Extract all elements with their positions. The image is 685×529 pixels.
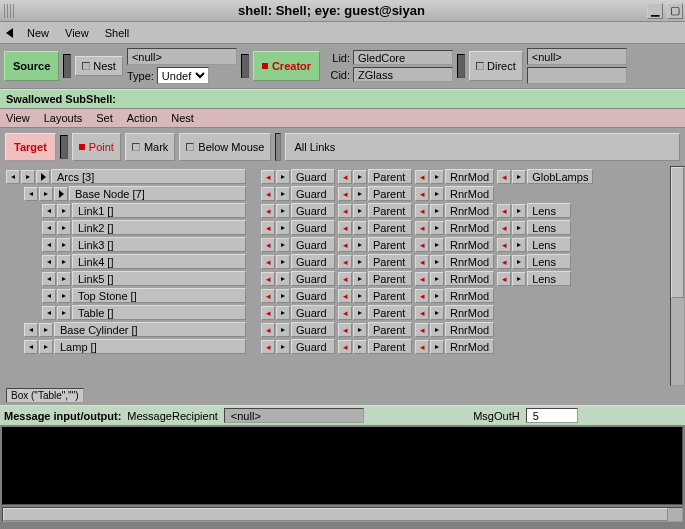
vertical-scrollbar[interactable] <box>670 166 685 386</box>
drag-handle[interactable] <box>4 4 14 18</box>
collapse-icon[interactable]: ◂ <box>42 272 56 286</box>
link-next-icon[interactable]: ▸ <box>353 289 367 303</box>
expand-icon[interactable]: ▸ <box>57 255 71 269</box>
node-label[interactable]: Link1 [] <box>72 203 246 218</box>
collapse-icon[interactable]: ◂ <box>42 204 56 218</box>
menu2-nest[interactable]: Nest <box>171 112 194 124</box>
creator-button[interactable]: Creator <box>253 51 320 81</box>
link-prev-icon[interactable]: ◂ <box>338 204 352 218</box>
link-next-icon[interactable]: ▸ <box>430 238 444 252</box>
direct-toggle[interactable]: Direct <box>469 51 523 81</box>
link-label-parent[interactable]: Parent <box>368 237 412 252</box>
link-label-rnrmod[interactable]: RnrMod <box>445 322 494 337</box>
link-prev-icon[interactable]: ◂ <box>497 272 511 286</box>
link-prev-icon[interactable]: ◂ <box>261 170 275 184</box>
link-next-icon[interactable]: ▸ <box>430 221 444 235</box>
link-prev-icon[interactable]: ◂ <box>338 238 352 252</box>
menu2-set[interactable]: Set <box>96 112 113 124</box>
collapse-icon[interactable]: ◂ <box>42 289 56 303</box>
link-next-icon[interactable]: ▸ <box>353 170 367 184</box>
collapse-icon[interactable]: ◂ <box>42 238 56 252</box>
link-prev-icon[interactable]: ◂ <box>338 306 352 320</box>
link-label-rnrmod[interactable]: RnrMod <box>445 288 494 303</box>
collapse-icon[interactable]: ◂ <box>6 170 20 184</box>
link-prev-icon[interactable]: ◂ <box>261 272 275 286</box>
link-prev-icon[interactable]: ◂ <box>415 238 429 252</box>
expander-icon[interactable] <box>54 187 68 201</box>
link-next-icon[interactable]: ▸ <box>276 221 290 235</box>
link-label-parent[interactable]: Parent <box>368 305 412 320</box>
link-label-rnrmod[interactable]: RnrMod <box>445 254 494 269</box>
link-next-icon[interactable]: ▸ <box>430 187 444 201</box>
node-label[interactable]: Base Cylinder [] <box>54 322 246 337</box>
link-next-icon[interactable]: ▸ <box>276 255 290 269</box>
link-next-icon[interactable]: ▸ <box>430 289 444 303</box>
minimize-button[interactable]: ▁ <box>647 3 663 19</box>
link-next-icon[interactable]: ▸ <box>512 238 526 252</box>
link-next-icon[interactable]: ▸ <box>276 238 290 252</box>
link-next-icon[interactable]: ▸ <box>353 221 367 235</box>
link-label-parent[interactable]: Parent <box>368 169 412 184</box>
link-label-lens[interactable]: Lens <box>527 271 571 286</box>
link-label-parent[interactable]: Parent <box>368 322 412 337</box>
link-prev-icon[interactable]: ◂ <box>415 289 429 303</box>
link-prev-icon[interactable]: ◂ <box>497 255 511 269</box>
link-prev-icon[interactable]: ◂ <box>261 289 275 303</box>
link-prev-icon[interactable]: ◂ <box>338 272 352 286</box>
link-label-globlamps[interactable]: GlobLamps <box>527 169 593 184</box>
menu-new[interactable]: New <box>19 25 57 41</box>
horizontal-scrollbar[interactable] <box>2 507 683 522</box>
back-icon[interactable] <box>6 28 13 38</box>
link-prev-icon[interactable]: ◂ <box>338 323 352 337</box>
expand-icon[interactable]: ▸ <box>21 170 35 184</box>
link-label-rnrmod[interactable]: RnrMod <box>445 305 494 320</box>
node-label[interactable]: Arcs [3] <box>51 169 246 184</box>
link-prev-icon[interactable]: ◂ <box>261 204 275 218</box>
console-output[interactable] <box>2 427 683 505</box>
link-prev-icon[interactable]: ◂ <box>415 272 429 286</box>
node-label[interactable]: Top Stone [] <box>72 288 246 303</box>
link-label-guard[interactable]: Guard <box>291 254 335 269</box>
link-prev-icon[interactable]: ◂ <box>415 340 429 354</box>
cid-value[interactable]: ZGlass <box>353 67 453 82</box>
target-button[interactable]: Target <box>5 133 56 161</box>
link-next-icon[interactable]: ▸ <box>430 323 444 337</box>
link-prev-icon[interactable]: ◂ <box>261 255 275 269</box>
link-prev-icon[interactable]: ◂ <box>415 221 429 235</box>
expand-icon[interactable]: ▸ <box>57 272 71 286</box>
link-next-icon[interactable]: ▸ <box>512 272 526 286</box>
link-prev-icon[interactable]: ◂ <box>497 238 511 252</box>
link-label-guard[interactable]: Guard <box>291 305 335 320</box>
link-label-guard[interactable]: Guard <box>291 322 335 337</box>
expand-icon[interactable]: ▸ <box>57 289 71 303</box>
link-next-icon[interactable]: ▸ <box>512 221 526 235</box>
link-prev-icon[interactable]: ◂ <box>338 187 352 201</box>
link-label-guard[interactable]: Guard <box>291 339 335 354</box>
link-next-icon[interactable]: ▸ <box>353 272 367 286</box>
expand-icon[interactable]: ▸ <box>57 204 71 218</box>
menu2-layouts[interactable]: Layouts <box>44 112 83 124</box>
link-label-rnrmod[interactable]: RnrMod <box>445 237 494 252</box>
link-next-icon[interactable]: ▸ <box>276 170 290 184</box>
maximize-button[interactable]: ▢ <box>667 3 683 19</box>
menu2-action[interactable]: Action <box>127 112 158 124</box>
link-label-parent[interactable]: Parent <box>368 186 412 201</box>
link-prev-icon[interactable]: ◂ <box>415 204 429 218</box>
link-label-rnrmod[interactable]: RnrMod <box>445 339 494 354</box>
link-next-icon[interactable]: ▸ <box>353 204 367 218</box>
expand-icon[interactable]: ▸ <box>39 340 53 354</box>
node-label[interactable]: Link5 [] <box>72 271 246 286</box>
link-next-icon[interactable]: ▸ <box>353 323 367 337</box>
link-label-guard[interactable]: Guard <box>291 237 335 252</box>
link-label-rnrmod[interactable]: RnrMod <box>445 220 494 235</box>
link-label-guard[interactable]: Guard <box>291 288 335 303</box>
link-prev-icon[interactable]: ◂ <box>415 170 429 184</box>
link-prev-icon[interactable]: ◂ <box>261 340 275 354</box>
link-label-parent[interactable]: Parent <box>368 254 412 269</box>
menu-shell[interactable]: Shell <box>97 25 137 41</box>
link-label-lens[interactable]: Lens <box>527 203 571 218</box>
link-next-icon[interactable]: ▸ <box>430 204 444 218</box>
link-label-lens[interactable]: Lens <box>527 254 571 269</box>
link-prev-icon[interactable]: ◂ <box>497 204 511 218</box>
collapse-icon[interactable]: ◂ <box>24 340 38 354</box>
